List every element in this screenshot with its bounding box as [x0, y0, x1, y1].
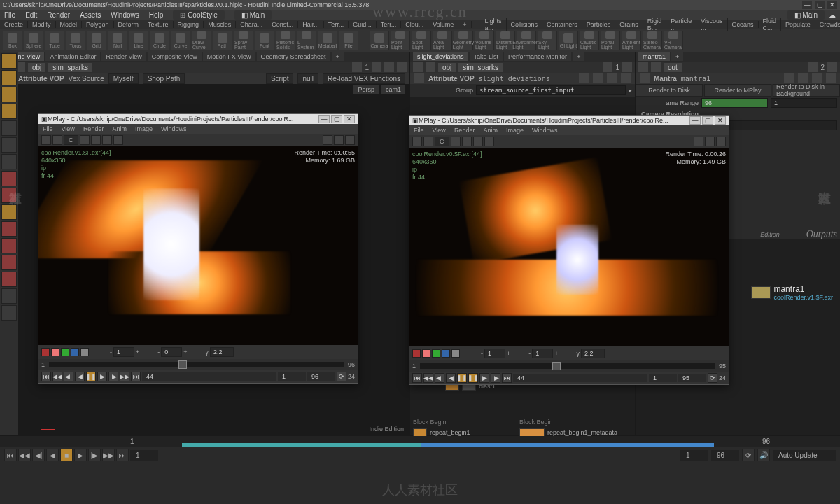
menu-file[interactable]: File [414, 127, 424, 134]
tab-compview[interactable]: Composite View [148, 52, 202, 61]
menu-image[interactable]: Image [135, 125, 153, 132]
operator-icon[interactable] [414, 74, 424, 83]
fit-icon[interactable] [462, 136, 472, 146]
tool-curve[interactable]: Curve [171, 31, 190, 50]
path-obj[interactable]: obj [438, 63, 456, 72]
contrast-field[interactable]: 0 [161, 347, 182, 357]
menu-anim[interactable]: Anim [112, 125, 127, 132]
play-back-button[interactable]: ◀ [46, 449, 59, 461]
tool-spraypaint[interactable]: Spray Paint [234, 31, 253, 50]
script-field[interactable]: Script [266, 74, 294, 84]
tool-circle[interactable]: Circle [150, 31, 169, 50]
tool-spotlight[interactable]: Spot Light [412, 31, 431, 50]
pink-swatch[interactable] [51, 348, 59, 356]
menu-view[interactable]: View [62, 125, 75, 132]
gear-icon[interactable] [579, 74, 589, 83]
shelf-tab[interactable]: Modify [28, 21, 56, 28]
tab-animeditor[interactable]: Animation Editor [46, 52, 100, 61]
pause-button[interactable]: ❚❚ [86, 372, 96, 382]
tool-torus[interactable]: Torus [66, 31, 85, 50]
shelf-tab[interactable]: Viscous ... [696, 18, 727, 31]
green-swatch[interactable] [61, 348, 69, 356]
tool-grid[interactable]: Grid [87, 31, 106, 50]
tool-sphere[interactable]: Sphere [24, 31, 43, 50]
next-button[interactable]: |▶ [108, 372, 118, 382]
tool-lsystem[interactable]: L-System [297, 31, 316, 50]
shelf-tab[interactable]: Hair... [298, 21, 324, 28]
back-icon[interactable] [638, 62, 648, 72]
shelf-tab[interactable]: Guid... [349, 21, 377, 28]
start-frame[interactable]: 1 [649, 374, 677, 382]
end-frame[interactable]: 95 [678, 374, 706, 382]
handle-tool[interactable] [1, 120, 17, 136]
close-button[interactable]: ✕ [344, 115, 355, 123]
path-out[interactable]: out [664, 63, 682, 72]
tool-camera[interactable]: Camera [370, 31, 389, 50]
pin-icon[interactable] [603, 62, 612, 72]
shelf-tab[interactable]: Rigid B... [643, 18, 667, 31]
end-frame[interactable]: 96 [307, 372, 335, 381]
timeline-track[interactable] [420, 363, 715, 369]
pink-swatch[interactable] [422, 349, 430, 358]
shelf-tab-add[interactable]: + [458, 21, 471, 28]
play-button[interactable]: ▶ [74, 449, 87, 461]
tool-causticlight[interactable]: Caustic Light [580, 31, 599, 50]
group-field[interactable]: stream_source_first_input [476, 85, 626, 95]
cur-frame[interactable]: 44 [513, 374, 648, 382]
pin-icon[interactable] [808, 62, 818, 72]
blue-swatch[interactable] [71, 348, 79, 356]
split-icon[interactable] [323, 135, 332, 145]
help-icon[interactable] [621, 74, 631, 83]
shelf-tab[interactable]: Clou... [401, 21, 428, 28]
first-button[interactable]: ⏮ [412, 373, 422, 383]
shelf-tab[interactable]: Populate [781, 21, 816, 28]
gear-icon[interactable] [622, 62, 632, 72]
cur-frame[interactable]: 1 [130, 450, 158, 461]
gear-icon[interactable] [372, 62, 382, 72]
grid-icon[interactable] [705, 136, 715, 146]
tool-pointlight[interactable]: Point Light [391, 31, 410, 50]
channel-sel[interactable]: C [64, 135, 78, 145]
reload-button[interactable]: Re-load VEX Functions [323, 74, 405, 84]
link-icon[interactable] [384, 62, 394, 72]
contrast-icon[interactable] [90, 348, 99, 356]
last-button[interactable]: ⏭ [131, 372, 141, 382]
desktop-selector[interactable]: ⊞ CoolStyle [173, 10, 225, 20]
tab-renderview[interactable]: Render View [102, 52, 146, 61]
blue-swatch[interactable] [442, 349, 450, 358]
stop-icon[interactable] [567, 349, 575, 358]
last-button[interactable]: ⏭ [502, 373, 512, 383]
null-field[interactable]: null [298, 74, 318, 84]
shelf-tab[interactable]: Crowds [816, 21, 840, 28]
shelf-tab[interactable]: Model [56, 21, 83, 28]
open-icon[interactable] [412, 136, 422, 146]
red-swatch[interactable] [41, 348, 50, 356]
menu-windows[interactable]: Windows [532, 127, 558, 134]
menu-render[interactable]: Render [454, 127, 475, 134]
green-swatch[interactable] [432, 349, 440, 358]
timeline-track[interactable] [49, 362, 344, 368]
playback-button[interactable]: ◀ [446, 373, 456, 383]
split-icon[interactable] [100, 348, 108, 356]
minimize-button[interactable]: — [318, 115, 330, 123]
expand-icon[interactable] [397, 62, 407, 72]
fwd-icon[interactable] [426, 62, 435, 72]
brush-tool[interactable] [1, 221, 17, 237]
main-menu-selector-right[interactable]: ◧ Main [788, 10, 825, 20]
start-frame[interactable]: 1 [680, 450, 708, 461]
shelf-tab[interactable]: Lights a... [481, 18, 507, 31]
render-tool[interactable] [1, 171, 17, 186]
tool-tube[interactable]: Tube [45, 31, 64, 50]
paint-tool[interactable] [1, 238, 17, 253]
play-button[interactable]: ▶ [479, 373, 489, 383]
menu-file[interactable]: File [43, 125, 53, 132]
stop-icon[interactable] [196, 348, 204, 356]
gray-swatch[interactable] [80, 348, 89, 356]
lut-icon[interactable] [718, 349, 726, 358]
maximize-button[interactable]: ▢ [331, 115, 342, 123]
next-key-button[interactable]: ▶▶ [102, 449, 115, 461]
shelf-tab[interactable]: Terr... [324, 21, 349, 28]
shelf-tab[interactable]: Containers [542, 21, 582, 28]
maximize-button[interactable]: ▢ [702, 116, 713, 125]
render-mplay-button[interactable]: Render to MPlay [704, 84, 771, 97]
